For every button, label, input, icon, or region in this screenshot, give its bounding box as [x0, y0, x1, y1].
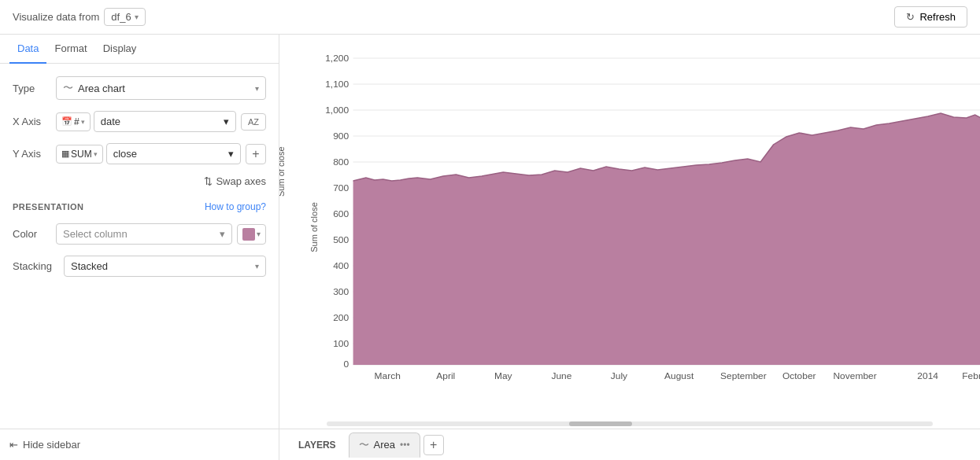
hide-sidebar-label: Hide sidebar [23, 439, 80, 451]
y-axis-field-select[interactable]: close ▾ [106, 143, 241, 164]
df-select[interactable]: df_6 ▾ [104, 8, 145, 26]
sidebar-tabs: Data Format Display [0, 35, 279, 64]
y-axis-title-text: Sum of close [279, 146, 286, 197]
svg-text:900: 900 [333, 131, 349, 140]
add-tab-icon: + [430, 438, 437, 452]
svg-text:400: 400 [333, 261, 349, 270]
x-axis-field-chevron: ▾ [224, 116, 229, 127]
top-bar: Visualize data from df_6 ▾ ↻ Refresh [0, 0, 980, 35]
swap-axes-button[interactable]: ⇅ Swap axes [204, 175, 266, 187]
hide-sidebar-icon: ⇤ [9, 439, 18, 451]
svg-text:700: 700 [333, 183, 349, 192]
area-path [353, 113, 980, 365]
add-y-axis-button[interactable]: + [246, 144, 266, 164]
sidebar-bottom: ⇤ Hide sidebar [0, 429, 279, 460]
scrollbar-track [327, 421, 933, 426]
color-placeholder: Select column [63, 228, 128, 240]
presentation-title: PRESENTATION [13, 202, 84, 212]
svg-text:0: 0 [343, 359, 349, 368]
sidebar-content: Type 〜 Area chart ▾ X Axis 📅 # ▾ [0, 64, 279, 429]
scrollbar-thumb[interactable] [569, 421, 632, 426]
presentation-section-header: PRESENTATION How to group? [13, 201, 266, 212]
swap-icon: ⇅ [204, 175, 213, 187]
y-axis-agg-chevron: ▾ [94, 150, 98, 158]
color-select-chevron: ▾ [220, 228, 225, 240]
how-to-group-link[interactable]: How to group? [205, 201, 266, 212]
svg-text:1,200: 1,200 [325, 53, 349, 62]
refresh-button[interactable]: ↻ Refresh [894, 6, 967, 28]
more-options-icon: ••• [400, 440, 410, 451]
svg-text:May: May [494, 371, 512, 380]
main-layout: Data Format Display Type 〜 Area chart ▾ … [0, 35, 980, 429]
svg-text:200: 200 [333, 313, 349, 322]
y-axis-agg: SUM [71, 149, 92, 160]
y-axis-row: Y Axis ▦ SUM ▾ close ▾ + [13, 143, 266, 164]
area-tab[interactable]: 〜 Area ••• [349, 432, 420, 458]
color-row: Color Select column ▾ ▾ [13, 223, 266, 245]
refresh-label: Refresh [919, 11, 956, 23]
svg-text:March: March [375, 371, 401, 380]
area-tab-icon: 〜 [359, 438, 369, 452]
svg-text:February: February [962, 371, 980, 380]
calendar-icon: 📅 [61, 116, 72, 127]
svg-text:500: 500 [333, 235, 349, 244]
stacking-select[interactable]: Stacked ▾ [64, 256, 266, 277]
svg-text:800: 800 [333, 157, 349, 166]
sidebar: Data Format Display Type 〜 Area chart ▾ … [0, 35, 279, 429]
color-swatch-button[interactable]: ▾ [237, 224, 266, 245]
stacking-chevron-icon: ▾ [255, 262, 259, 270]
y-axis-field: close [113, 148, 137, 160]
svg-text:1,000: 1,000 [325, 105, 349, 114]
color-swatch [242, 228, 255, 241]
chart-container: Sum of close 1,200 1,100 1,000 [279, 35, 980, 419]
svg-text:September: September [720, 371, 767, 380]
stacking-row: Stacking Stacked ▾ [13, 256, 266, 277]
chart-area: Sum of close 1,200 1,100 1,000 [279, 35, 980, 429]
tab-format[interactable]: Format [46, 35, 94, 64]
tab-display[interactable]: Display [95, 35, 145, 64]
tab-data[interactable]: Data [9, 35, 46, 64]
svg-text:August: August [664, 371, 694, 380]
swap-row: ⇅ Swap axes [13, 175, 266, 187]
svg-text:2014: 2014 [917, 371, 938, 380]
hide-sidebar-button[interactable]: ⇤ Hide sidebar [9, 439, 80, 451]
svg-text:April: April [436, 371, 455, 380]
svg-text:1,100: 1,100 [325, 79, 349, 88]
y-axis-field-chevron: ▾ [228, 148, 234, 160]
swatch-chevron-icon: ▾ [257, 230, 261, 238]
y-axis-type-btn[interactable]: ▦ SUM ▾ [56, 145, 103, 164]
x-axis-label: X Axis [13, 116, 56, 127]
type-row: Type 〜 Area chart ▾ [13, 76, 266, 100]
svg-text:October: October [782, 371, 816, 380]
visualize-label: Visualize data from df_6 ▾ [13, 8, 146, 26]
type-select[interactable]: 〜 Area chart ▾ [56, 76, 266, 100]
area-chart-icon: 〜 [63, 81, 73, 95]
visualize-text: Visualize data from [13, 11, 99, 23]
layers-label: LAYERS [289, 440, 346, 451]
chart-bottom: LAYERS 〜 Area ••• + [279, 432, 980, 458]
stacking-label: Stacking [13, 260, 64, 272]
area-chart-svg: 1,200 1,100 1,000 900 800 700 600 500 40… [319, 42, 980, 381]
color-column-select[interactable]: Select column ▾ [56, 223, 232, 245]
svg-text:100: 100 [333, 339, 349, 348]
y-axis-table-icon: ▦ [61, 149, 69, 159]
svg-text:July: July [611, 371, 628, 380]
az-sort-button[interactable]: AZ [241, 113, 266, 131]
x-axis-type: # [74, 116, 80, 127]
chevron-down-icon: ▾ [135, 13, 139, 21]
x-axis-type-chevron: ▾ [81, 118, 85, 126]
type-label: Type [13, 83, 56, 94]
svg-text:300: 300 [333, 287, 349, 296]
svg-text:June: June [551, 371, 571, 380]
df-name: df_6 [111, 11, 131, 23]
y-axis-title: Sum of close [309, 202, 319, 252]
stacking-value: Stacked [71, 260, 108, 272]
x-axis-type-btn[interactable]: 📅 # ▾ [56, 112, 91, 131]
color-label: Color [13, 228, 56, 240]
type-chevron-icon: ▾ [255, 84, 259, 93]
scrollbar-area [279, 419, 980, 429]
add-tab-button[interactable]: + [423, 435, 444, 455]
x-axis-field-select[interactable]: date ▾ [94, 111, 236, 132]
svg-text:November: November [833, 371, 876, 380]
swap-label: Swap axes [216, 175, 266, 187]
